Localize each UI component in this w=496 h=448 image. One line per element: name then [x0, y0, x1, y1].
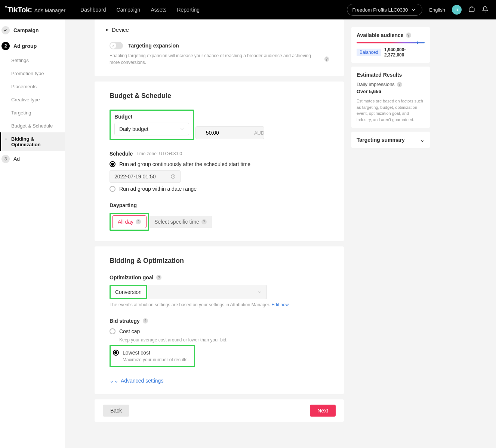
available-audience-card: Available audience ? Balanced 1,940,000-… [351, 27, 430, 63]
advanced-settings-link[interactable]: ⌄⌄ Advanced settings [110, 378, 329, 384]
dayparting-all-day[interactable]: All day ? [112, 215, 147, 228]
lowest-cost-desc: Maximize your number of results. [123, 357, 189, 362]
targeting-expansion-toggle[interactable]: × [110, 42, 123, 49]
audience-gauge [357, 42, 425, 43]
opt-goal-value: Conversion [111, 286, 146, 298]
step-number: 3 [1, 155, 10, 163]
check-icon: ✓ [1, 26, 10, 34]
radio-icon [113, 350, 119, 356]
step-label: Campaign [13, 27, 39, 33]
edit-now-link[interactable]: Edit now [271, 302, 289, 307]
available-audience-title: Available audience [357, 32, 404, 38]
nav-dashboard[interactable]: Dashboard [80, 7, 106, 13]
nav-links: Dashboard Campaign Assets Reporting [80, 7, 200, 13]
schedule-range-radio[interactable]: Run ad group within a date range [110, 186, 329, 192]
close-icon: × [110, 43, 116, 49]
help-icon[interactable]: ? [143, 318, 148, 323]
targeting-expansion-desc: Enabling targeting expansion will increa… [110, 52, 322, 66]
logo-sub: Ads Manager [34, 7, 65, 13]
top-nav: TikTok: Ads Manager Dashboard Campaign A… [0, 0, 496, 19]
budget-amount-input[interactable] [200, 130, 219, 136]
chevron-down-icon [410, 6, 417, 13]
help-icon[interactable]: ? [397, 82, 402, 87]
dayparting-specific[interactable]: Select specific time ? [149, 216, 212, 228]
step-campaign[interactable]: ✓ Campaign [0, 22, 65, 38]
dayparting-all-label: All day [118, 219, 133, 225]
device-collapse[interactable]: ▸ Device [106, 26, 329, 33]
sidebar-item-budget-schedule[interactable]: Budget & Schedule [0, 119, 65, 132]
schedule-continuous-radio[interactable]: Run ad group continuously after the sche… [110, 161, 329, 167]
help-icon[interactable]: ? [136, 219, 141, 224]
nav-assets[interactable]: Assets [151, 7, 166, 13]
bidding-card: Bidding & Optimization Optimization goal… [95, 246, 344, 394]
dayparting-specific-label: Select specific time [154, 219, 199, 225]
radio-icon [110, 328, 115, 334]
next-button[interactable]: Next [310, 405, 336, 417]
double-chevron-down-icon: ⌄⌄ [110, 378, 118, 384]
clock-icon [170, 174, 176, 179]
dayparting-label: Dayparting [110, 202, 137, 208]
schedule-continuous-label: Run ad group continuously after the sche… [119, 161, 250, 167]
radio-icon [110, 161, 115, 167]
briefcase-icon[interactable] [468, 6, 475, 14]
avatar[interactable]: u [452, 5, 462, 15]
estimated-results-card: Estimated Results Daily impressions ? Ov… [351, 67, 430, 128]
account-switcher[interactable]: Freedom Profits LLC0330 [347, 4, 423, 16]
targeting-expansion-title: Targeting expansion [128, 43, 179, 49]
timezone-label: Time zone: UTC+08:00 [136, 151, 182, 156]
sidebar-item-promotion-type[interactable]: Promotion type [0, 67, 65, 80]
currency-label: AUD [249, 130, 269, 136]
device-label: Device [112, 27, 129, 33]
start-datetime-input[interactable]: 2022-07-19 01:50 [110, 170, 181, 183]
svg-rect-0 [469, 8, 474, 12]
opt-goal-label: Optimization goal [110, 274, 153, 280]
cost-cap-label: Cost cap [119, 328, 140, 334]
help-icon[interactable]: ? [324, 56, 329, 62]
lowest-cost-highlight: Lowest cost Maximize your number of resu… [110, 345, 195, 367]
help-icon[interactable]: ? [201, 219, 207, 224]
nav-campaign[interactable]: Campaign [117, 7, 141, 13]
bid-cost-cap-radio[interactable]: Cost cap [110, 328, 329, 334]
language-selector[interactable]: English [429, 7, 445, 13]
daily-impressions-value: Over 5,656 [357, 89, 425, 94]
targeting-summary-card[interactable]: Targeting summary ⌄ [351, 132, 430, 148]
bell-icon[interactable] [482, 6, 489, 14]
footer-card: Back Next [95, 399, 344, 422]
logo-main: TikTok: [7, 6, 32, 14]
budget-highlight: Budget Daily budget [110, 110, 194, 140]
sidebar-item-bidding-optimization[interactable]: Bidding & Optimization [0, 132, 65, 151]
attribution-hint: The event's attribution settings are bas… [110, 302, 270, 307]
step-ad[interactable]: 3 Ad [0, 151, 65, 167]
bid-lowest-cost-radio[interactable]: Lowest cost [113, 350, 189, 356]
targeting-card: ▸ Device × Targeting expansion Enabling … [95, 19, 344, 76]
bidding-heading: Bidding & Optimization [110, 257, 329, 265]
help-icon[interactable]: ? [156, 275, 161, 280]
dayparting-highlight: All day ? [110, 213, 149, 231]
opt-goal-select[interactable] [147, 285, 267, 299]
double-chevron-down-icon: ⌄ [420, 137, 425, 143]
estimate-note: Estimates are based on factors such as t… [357, 98, 425, 123]
right-column: Available audience ? Balanced 1,940,000-… [351, 19, 430, 433]
help-icon[interactable]: ? [406, 33, 411, 38]
sidebar-item-placements[interactable]: Placements [0, 80, 65, 93]
audience-range: 1,940,000-2,372,000 [384, 47, 425, 58]
caret-right-icon: ▸ [106, 26, 109, 33]
back-button[interactable]: Back [103, 405, 129, 417]
cost-cap-desc: Keep your average cost around or lower t… [119, 337, 329, 343]
advanced-settings-label: Advanced settings [121, 378, 163, 384]
daily-impressions-label: Daily impressions [357, 82, 395, 87]
schedule-label: Schedule [110, 151, 133, 157]
balanced-chip: Balanced [357, 49, 381, 56]
budget-type-select[interactable]: Daily budget [114, 123, 189, 135]
estimated-results-title: Estimated Results [357, 72, 402, 78]
sidebar-item-targeting[interactable]: Targeting [0, 106, 65, 119]
step-adgroup[interactable]: 2 Ad group [0, 38, 65, 54]
schedule-range-label: Run ad group within a date range [119, 186, 197, 192]
radio-icon [110, 186, 115, 192]
opt-goal-highlight: Conversion [110, 285, 147, 299]
sidebar-item-settings[interactable]: Settings [0, 54, 65, 67]
nav-reporting[interactable]: Reporting [177, 7, 200, 13]
budget-type-value: Daily budget [119, 126, 148, 132]
chevron-down-icon [180, 127, 184, 131]
sidebar-item-creative-type[interactable]: Creative type [0, 93, 65, 106]
